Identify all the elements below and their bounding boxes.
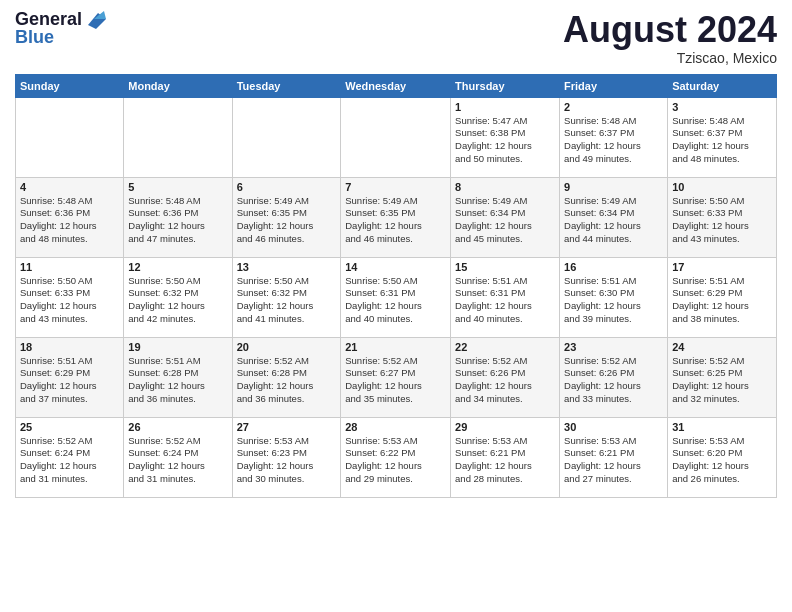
day-info: Sunrise: 5:51 AM Sunset: 6:29 PM Dayligh… — [20, 355, 119, 406]
day-info: Sunrise: 5:50 AM Sunset: 6:31 PM Dayligh… — [345, 275, 446, 326]
calendar: Sunday Monday Tuesday Wednesday Thursday… — [15, 74, 777, 498]
day-number: 26 — [128, 421, 227, 433]
day-info: Sunrise: 5:51 AM Sunset: 6:30 PM Dayligh… — [564, 275, 663, 326]
day-number: 5 — [128, 181, 227, 193]
calendar-cell: 23Sunrise: 5:52 AM Sunset: 6:26 PM Dayli… — [560, 337, 668, 417]
day-info: Sunrise: 5:53 AM Sunset: 6:21 PM Dayligh… — [564, 435, 663, 486]
day-info: Sunrise: 5:48 AM Sunset: 6:37 PM Dayligh… — [672, 115, 772, 166]
location: Tziscao, Mexico — [563, 50, 777, 66]
day-info: Sunrise: 5:52 AM Sunset: 6:25 PM Dayligh… — [672, 355, 772, 406]
day-info: Sunrise: 5:47 AM Sunset: 6:38 PM Dayligh… — [455, 115, 555, 166]
calendar-cell — [232, 97, 341, 177]
header-sunday: Sunday — [16, 74, 124, 97]
calendar-cell — [16, 97, 124, 177]
day-info: Sunrise: 5:53 AM Sunset: 6:23 PM Dayligh… — [237, 435, 337, 486]
day-info: Sunrise: 5:52 AM Sunset: 6:24 PM Dayligh… — [128, 435, 227, 486]
calendar-cell: 27Sunrise: 5:53 AM Sunset: 6:23 PM Dayli… — [232, 417, 341, 497]
logo-text-blue: Blue — [15, 28, 106, 48]
day-number: 11 — [20, 261, 119, 273]
calendar-cell: 24Sunrise: 5:52 AM Sunset: 6:25 PM Dayli… — [668, 337, 777, 417]
calendar-cell: 2Sunrise: 5:48 AM Sunset: 6:37 PM Daylig… — [560, 97, 668, 177]
day-number: 12 — [128, 261, 227, 273]
day-info: Sunrise: 5:52 AM Sunset: 6:27 PM Dayligh… — [345, 355, 446, 406]
day-number: 23 — [564, 341, 663, 353]
day-number: 8 — [455, 181, 555, 193]
day-info: Sunrise: 5:52 AM Sunset: 6:24 PM Dayligh… — [20, 435, 119, 486]
calendar-cell: 15Sunrise: 5:51 AM Sunset: 6:31 PM Dayli… — [451, 257, 560, 337]
day-info: Sunrise: 5:52 AM Sunset: 6:26 PM Dayligh… — [455, 355, 555, 406]
day-info: Sunrise: 5:51 AM Sunset: 6:28 PM Dayligh… — [128, 355, 227, 406]
calendar-header-row: Sunday Monday Tuesday Wednesday Thursday… — [16, 74, 777, 97]
header-friday: Friday — [560, 74, 668, 97]
day-info: Sunrise: 5:48 AM Sunset: 6:36 PM Dayligh… — [128, 195, 227, 246]
day-info: Sunrise: 5:53 AM Sunset: 6:20 PM Dayligh… — [672, 435, 772, 486]
calendar-cell: 30Sunrise: 5:53 AM Sunset: 6:21 PM Dayli… — [560, 417, 668, 497]
day-info: Sunrise: 5:49 AM Sunset: 6:35 PM Dayligh… — [345, 195, 446, 246]
day-info: Sunrise: 5:50 AM Sunset: 6:32 PM Dayligh… — [128, 275, 227, 326]
day-info: Sunrise: 5:51 AM Sunset: 6:29 PM Dayligh… — [672, 275, 772, 326]
day-info: Sunrise: 5:49 AM Sunset: 6:35 PM Dayligh… — [237, 195, 337, 246]
calendar-cell: 1Sunrise: 5:47 AM Sunset: 6:38 PM Daylig… — [451, 97, 560, 177]
calendar-cell: 28Sunrise: 5:53 AM Sunset: 6:22 PM Dayli… — [341, 417, 451, 497]
day-number: 29 — [455, 421, 555, 433]
calendar-cell — [124, 97, 232, 177]
day-number: 17 — [672, 261, 772, 273]
calendar-cell: 6Sunrise: 5:49 AM Sunset: 6:35 PM Daylig… — [232, 177, 341, 257]
day-number: 30 — [564, 421, 663, 433]
calendar-week-1: 1Sunrise: 5:47 AM Sunset: 6:38 PM Daylig… — [16, 97, 777, 177]
day-number: 14 — [345, 261, 446, 273]
day-number: 19 — [128, 341, 227, 353]
day-number: 28 — [345, 421, 446, 433]
day-number: 18 — [20, 341, 119, 353]
calendar-cell: 18Sunrise: 5:51 AM Sunset: 6:29 PM Dayli… — [16, 337, 124, 417]
day-number: 27 — [237, 421, 337, 433]
day-number: 13 — [237, 261, 337, 273]
calendar-cell: 7Sunrise: 5:49 AM Sunset: 6:35 PM Daylig… — [341, 177, 451, 257]
day-number: 7 — [345, 181, 446, 193]
day-number: 9 — [564, 181, 663, 193]
day-info: Sunrise: 5:51 AM Sunset: 6:31 PM Dayligh… — [455, 275, 555, 326]
day-info: Sunrise: 5:53 AM Sunset: 6:21 PM Dayligh… — [455, 435, 555, 486]
calendar-cell: 3Sunrise: 5:48 AM Sunset: 6:37 PM Daylig… — [668, 97, 777, 177]
day-number: 25 — [20, 421, 119, 433]
day-number: 6 — [237, 181, 337, 193]
day-number: 15 — [455, 261, 555, 273]
calendar-cell: 5Sunrise: 5:48 AM Sunset: 6:36 PM Daylig… — [124, 177, 232, 257]
title-section: August 2024 Tziscao, Mexico — [563, 10, 777, 66]
day-number: 2 — [564, 101, 663, 113]
calendar-cell: 16Sunrise: 5:51 AM Sunset: 6:30 PM Dayli… — [560, 257, 668, 337]
day-number: 16 — [564, 261, 663, 273]
calendar-cell: 31Sunrise: 5:53 AM Sunset: 6:20 PM Dayli… — [668, 417, 777, 497]
day-info: Sunrise: 5:50 AM Sunset: 6:33 PM Dayligh… — [20, 275, 119, 326]
day-info: Sunrise: 5:48 AM Sunset: 6:37 PM Dayligh… — [564, 115, 663, 166]
day-info: Sunrise: 5:49 AM Sunset: 6:34 PM Dayligh… — [455, 195, 555, 246]
calendar-week-2: 4Sunrise: 5:48 AM Sunset: 6:36 PM Daylig… — [16, 177, 777, 257]
day-info: Sunrise: 5:50 AM Sunset: 6:33 PM Dayligh… — [672, 195, 772, 246]
calendar-week-4: 18Sunrise: 5:51 AM Sunset: 6:29 PM Dayli… — [16, 337, 777, 417]
calendar-cell: 25Sunrise: 5:52 AM Sunset: 6:24 PM Dayli… — [16, 417, 124, 497]
day-number: 3 — [672, 101, 772, 113]
header-monday: Monday — [124, 74, 232, 97]
calendar-week-5: 25Sunrise: 5:52 AM Sunset: 6:24 PM Dayli… — [16, 417, 777, 497]
calendar-cell: 10Sunrise: 5:50 AM Sunset: 6:33 PM Dayli… — [668, 177, 777, 257]
calendar-cell: 12Sunrise: 5:50 AM Sunset: 6:32 PM Dayli… — [124, 257, 232, 337]
day-number: 24 — [672, 341, 772, 353]
calendar-cell: 8Sunrise: 5:49 AM Sunset: 6:34 PM Daylig… — [451, 177, 560, 257]
day-info: Sunrise: 5:49 AM Sunset: 6:34 PM Dayligh… — [564, 195, 663, 246]
calendar-cell: 13Sunrise: 5:50 AM Sunset: 6:32 PM Dayli… — [232, 257, 341, 337]
calendar-cell: 4Sunrise: 5:48 AM Sunset: 6:36 PM Daylig… — [16, 177, 124, 257]
header-thursday: Thursday — [451, 74, 560, 97]
header: General Blue August 2024 Tziscao, Mexico — [15, 10, 777, 66]
day-number: 1 — [455, 101, 555, 113]
calendar-cell: 9Sunrise: 5:49 AM Sunset: 6:34 PM Daylig… — [560, 177, 668, 257]
calendar-cell: 26Sunrise: 5:52 AM Sunset: 6:24 PM Dayli… — [124, 417, 232, 497]
calendar-cell: 11Sunrise: 5:50 AM Sunset: 6:33 PM Dayli… — [16, 257, 124, 337]
day-number: 31 — [672, 421, 772, 433]
calendar-cell: 17Sunrise: 5:51 AM Sunset: 6:29 PM Dayli… — [668, 257, 777, 337]
calendar-cell: 29Sunrise: 5:53 AM Sunset: 6:21 PM Dayli… — [451, 417, 560, 497]
header-tuesday: Tuesday — [232, 74, 341, 97]
calendar-week-3: 11Sunrise: 5:50 AM Sunset: 6:33 PM Dayli… — [16, 257, 777, 337]
calendar-cell — [341, 97, 451, 177]
calendar-cell: 21Sunrise: 5:52 AM Sunset: 6:27 PM Dayli… — [341, 337, 451, 417]
day-number: 4 — [20, 181, 119, 193]
